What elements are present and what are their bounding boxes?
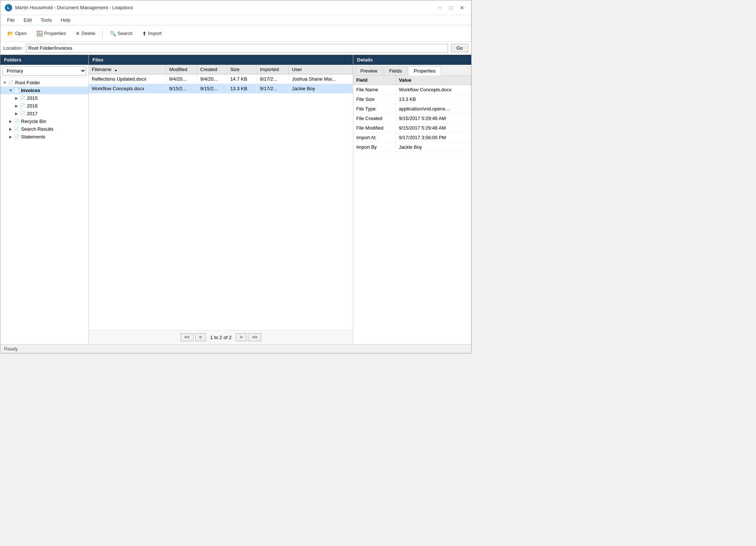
property-field: File Type — [353, 104, 396, 114]
property-value: Jackie Boy — [396, 142, 471, 152]
properties-button[interactable]: 🪟 Properties — [32, 29, 70, 38]
list-item: Import At 9/17/2017 3:56:00 PM — [353, 133, 471, 142]
menu-file[interactable]: File — [3, 16, 18, 24]
property-value: 13.3 KB — [396, 95, 471, 104]
maximize-button[interactable]: □ — [446, 4, 456, 11]
folder-icon: 📄 — [8, 80, 14, 85]
folder-dropdown-area: Primary — [0, 65, 88, 77]
tree-item-label: 2016 — [27, 103, 38, 109]
cell-size: 13.3 KB — [227, 84, 257, 94]
menu-tools[interactable]: Tools — [37, 16, 55, 24]
prev-page-button[interactable]: < — [195, 333, 206, 341]
chevron-right-icon: ▶ — [14, 96, 20, 100]
details-col-field: Field — [353, 75, 396, 85]
folder-icon: 📄 — [14, 126, 20, 132]
details-content: Field Value File Name Workflow Concepts.… — [353, 75, 471, 344]
close-button[interactable]: ✕ — [457, 4, 467, 11]
tree-item-label: 2017 — [27, 111, 38, 116]
tree-item-label: Recycle Bin — [21, 119, 46, 124]
tree-item-invoices[interactable]: ▼ 📄 Invoices — [0, 87, 88, 94]
minimize-button[interactable]: − — [435, 4, 445, 11]
property-field: Import At — [353, 133, 396, 142]
go-button[interactable]: Go — [451, 44, 468, 52]
cell-size: 14.7 KB — [227, 74, 257, 84]
pagination-bar: << < 1 to 2 of 2 > >> — [89, 330, 353, 344]
files-scroll-area[interactable]: Filename ▲ Modified Created Size Importe… — [89, 65, 353, 330]
status-bar: Ready — [0, 344, 471, 353]
app-icon: L — [5, 4, 12, 11]
last-page-button[interactable]: >> — [248, 333, 261, 341]
import-button[interactable]: ⬆ Import — [138, 29, 166, 38]
list-item: File Size 13.3 KB — [353, 95, 471, 104]
menu-bar: File Edit Tools Help — [0, 15, 471, 25]
open-icon: 📂 — [7, 31, 14, 36]
window-controls: − □ ✕ — [435, 4, 467, 11]
tree-item-label: Statements — [21, 134, 45, 140]
files-header: Files — [89, 55, 353, 65]
tree-item-2015[interactable]: ▶ 📄 2015 — [0, 94, 88, 102]
chevron-right-icon: ▶ — [8, 135, 14, 139]
folders-panel: Folders Primary ▼ 📄 Root Folder ▼ 📄 Invo… — [0, 55, 89, 344]
details-col-value: Value — [396, 75, 471, 85]
tree-item-search-results[interactable]: ▶ 📄 Search Results — [0, 125, 88, 133]
list-item: File Name Workflow Concepts.docx — [353, 85, 471, 95]
folder-icon: 📄 — [20, 95, 25, 101]
folder-icon: 📄 — [14, 119, 20, 124]
menu-edit[interactable]: Edit — [20, 16, 35, 24]
details-panel: Details Preview Fields Properties Field … — [353, 55, 471, 344]
main-content: Folders Primary ▼ 📄 Root Folder ▼ 📄 Invo… — [0, 55, 471, 344]
title-bar: L Martin Household - Document Management… — [0, 0, 471, 15]
table-row[interactable]: Workflow Concepts.docx 9/15/2... 9/15/2.… — [89, 84, 353, 94]
separator-1 — [102, 28, 103, 39]
menu-help[interactable]: Help — [57, 16, 74, 24]
cell-imported: 9/17/2... — [257, 84, 289, 94]
first-page-button[interactable]: << — [181, 333, 194, 341]
table-row[interactable]: Reflections Updated.docx 9/4/20... 9/4/2… — [89, 74, 353, 84]
property-field: Import By — [353, 142, 396, 152]
folder-icon: 📄 — [20, 111, 25, 116]
folder-select[interactable]: Primary — [3, 66, 86, 75]
folder-icon: 📄 — [20, 103, 25, 109]
chevron-right-icon: ▶ — [8, 127, 14, 131]
col-imported[interactable]: Imported — [257, 65, 289, 74]
next-page-button[interactable]: > — [236, 333, 246, 341]
tree-item-2017[interactable]: ▶ 📄 2017 — [0, 110, 88, 117]
properties-icon: 🪟 — [36, 31, 43, 36]
tree-item-root[interactable]: ▼ 📄 Root Folder — [0, 79, 88, 87]
files-table: Filename ▲ Modified Created Size Importe… — [89, 65, 353, 94]
property-value: 9/17/2017 3:56:00 PM — [396, 133, 471, 142]
delete-button[interactable]: ✕ Delete — [71, 29, 99, 38]
files-panel: Files Filename ▲ Modified Created Size I… — [89, 55, 353, 344]
folder-tree: ▼ 📄 Root Folder ▼ 📄 Invoices ▶ 📄 2015 ▶ … — [0, 77, 88, 344]
property-value: 9/15/2017 5:29:46 AM — [396, 114, 471, 123]
sort-arrow-icon: ▲ — [114, 68, 118, 72]
list-item: File Type application/vnd.openx... — [353, 104, 471, 114]
cell-user: Jackie Boy — [289, 84, 353, 94]
tree-item-2016[interactable]: ▶ 📄 2016 — [0, 102, 88, 110]
property-value: 9/15/2017 5:29:46 AM — [396, 123, 471, 133]
page-info: 1 to 2 of 2 — [207, 334, 235, 341]
col-size[interactable]: Size — [227, 65, 257, 74]
tree-item-label: Search Results — [21, 126, 53, 132]
property-field: File Size — [353, 95, 396, 104]
tree-item-statements[interactable]: ▶ 📄 Statements — [0, 133, 88, 141]
search-button[interactable]: 🔍 Search — [106, 29, 137, 38]
folder-icon: 📄 — [14, 134, 20, 140]
col-created[interactable]: Created — [197, 65, 227, 74]
tab-fields[interactable]: Fields — [384, 66, 407, 75]
tree-item-label: Root Folder — [15, 80, 40, 85]
list-item: Import By Jackie Boy — [353, 142, 471, 152]
open-button[interactable]: 📂 Open — [3, 29, 31, 38]
tree-item-recycle[interactable]: ▶ 📄 Recycle Bin — [0, 117, 88, 125]
col-modified[interactable]: Modified — [166, 65, 197, 74]
tree-item-label: 2015 — [27, 95, 38, 101]
details-tabs: Preview Fields Properties — [353, 65, 471, 75]
cell-imported: 9/17/2... — [257, 74, 289, 84]
location-input[interactable] — [26, 44, 448, 53]
col-user[interactable]: User — [289, 65, 353, 74]
col-filename[interactable]: Filename ▲ — [89, 65, 166, 74]
tab-preview[interactable]: Preview — [355, 66, 383, 75]
tab-properties[interactable]: Properties — [408, 66, 441, 75]
cell-user: Joshua Shane Mar... — [289, 74, 353, 84]
location-bar: Location: Go — [0, 42, 471, 55]
